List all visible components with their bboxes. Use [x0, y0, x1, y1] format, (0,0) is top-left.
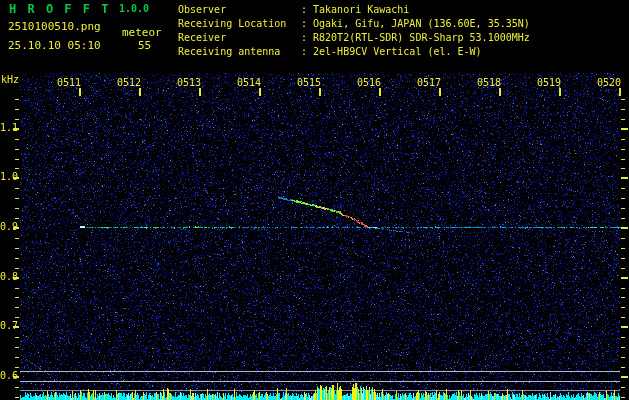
freq-tick-label: 1.1: [0, 122, 16, 133]
spectrogram-canvas: [0, 0, 629, 400]
app-title: H R O F F T: [9, 2, 110, 16]
info-row: Observer: Takanori Kawachi: [178, 3, 530, 17]
time-tick-label: 0517: [417, 77, 441, 88]
freq-tick-label: 0.9: [0, 221, 16, 232]
date-time: 25.10.10 05:10: [8, 39, 101, 52]
time-tick-label: 0515: [297, 77, 321, 88]
mode-label: meteor: [122, 26, 162, 39]
hrofft-output: H R O F F T 1.0.0 2510100510.png meteor …: [0, 0, 629, 400]
app-version: 1.0.0: [119, 3, 149, 14]
time-tick-label: 0514: [237, 77, 261, 88]
info-label: Receiving antenna: [178, 45, 301, 59]
y-axis-unit-label: kHz: [1, 74, 19, 85]
receiver-info: Observer: Takanori KawachiReceiving Loca…: [178, 3, 530, 59]
time-tick-label: 0513: [177, 77, 201, 88]
info-row: Receiving Location: Ogaki, Gifu, JAPAN (…: [178, 17, 530, 31]
time-tick-label: 0518: [477, 77, 501, 88]
output-filename: 2510100510.png: [8, 20, 101, 33]
time-tick-label: 0516: [357, 77, 381, 88]
freq-tick-label: 1.0: [0, 171, 16, 182]
info-value: : R820T2(RTL-SDR) SDR-Sharp 53.1000MHz: [301, 31, 530, 45]
info-label: Receiving Location: [178, 17, 301, 31]
info-label: Observer: [178, 3, 301, 17]
freq-tick-label: 0.6: [0, 370, 16, 381]
freq-tick-label: 0.7: [0, 320, 16, 331]
freq-tick-label: 0.8: [0, 271, 16, 282]
info-row: Receiving antenna: 2el-HB9CV Vertical (e…: [178, 45, 530, 59]
time-tick-label: 0520: [597, 77, 621, 88]
info-value: : 2el-HB9CV Vertical (el. E-W): [301, 45, 482, 59]
echo-count: 55: [138, 39, 151, 52]
time-tick-label: 0519: [537, 77, 561, 88]
time-tick-label: 0511: [57, 77, 81, 88]
info-row: Receiver: R820T2(RTL-SDR) SDR-Sharp 53.1…: [178, 31, 530, 45]
time-tick-label: 0512: [117, 77, 141, 88]
info-value: : Takanori Kawachi: [301, 3, 409, 17]
info-label: Receiver: [178, 31, 301, 45]
info-value: : Ogaki, Gifu, JAPAN (136.60E, 35.35N): [301, 17, 530, 31]
